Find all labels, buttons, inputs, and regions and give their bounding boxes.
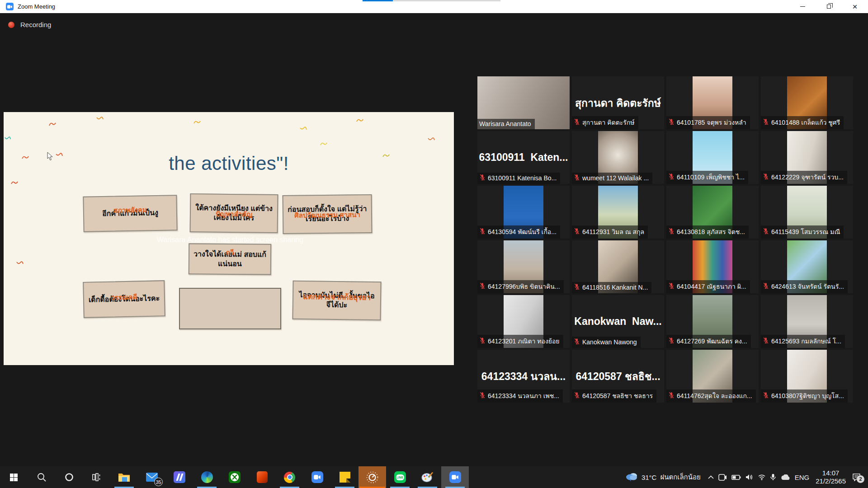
participant-label-text: 64118516 Kankanit N... — [582, 284, 648, 291]
participant-tile[interactable]: 64123334 นวลน... 64123334 นวลนภา เพช... — [477, 350, 570, 403]
participant-tile[interactable]: 64101785 จตุพร ม่วงหลำ — [666, 76, 759, 129]
taskbar: 35 — [0, 466, 868, 488]
participant-label-text: 64112931 วิมล ณ สกุล — [582, 227, 644, 237]
participant-tile[interactable]: 64120587 ชลธิช... 64120587 ชลธิชา ชลธาร — [572, 350, 664, 403]
participant-tile[interactable]: 63100911 Katen... 63100911 Katenisa Bo..… — [477, 131, 570, 184]
participant-tile[interactable]: 64125693 กมลลักษณ์ โ... — [761, 295, 853, 348]
participant-label: 64127269 พัฒนฉัตร คง... — [666, 335, 751, 348]
mic-muted-icon — [574, 118, 580, 127]
app-slashes-button[interactable] — [165, 466, 193, 488]
mic-muted-icon — [479, 337, 486, 345]
screen-share-watermark: Warisara Anantato has started screen sha… — [157, 236, 303, 244]
tray-language[interactable]: ENG — [795, 474, 810, 481]
start-button[interactable] — [0, 466, 28, 488]
cortana-button[interactable] — [55, 466, 83, 488]
recording-label: Recording — [20, 21, 51, 28]
confetti-icon — [428, 136, 435, 144]
mail-button[interactable]: 35 — [138, 466, 165, 488]
sticky-note-empty — [179, 288, 281, 329]
participant-label: wumeet 112 Walailak ... — [572, 173, 652, 184]
participant-tile[interactable]: 6424613 จันทรัตน์ รัตนรั... — [761, 240, 853, 293]
edge-button[interactable] — [193, 466, 221, 488]
weather-cloud-icon — [625, 472, 638, 482]
participant-tile[interactable]: 64112931 วิมล ณ สกุล — [572, 186, 664, 239]
mic-muted-icon — [668, 392, 675, 400]
participant-tile[interactable]: 64115439 โสมวรรณ มณี — [761, 186, 853, 239]
close-button[interactable]: × — [842, 0, 868, 13]
file-explorer-button[interactable] — [110, 466, 138, 488]
mic-muted-icon — [763, 173, 769, 181]
participant-label-text: 64122229 จุฑารัตน์ รวบ... — [771, 172, 844, 182]
participant-tile[interactable]: Kanokwan Naw... Kanokwan Nawong — [572, 295, 664, 348]
mic-muted-icon — [479, 174, 486, 182]
confetti-icon — [49, 120, 56, 128]
participant-tile[interactable]: 64101488 เกล็ดแก้ว ชูศรี — [761, 76, 853, 129]
wifi-icon[interactable] — [758, 474, 766, 480]
battery-icon[interactable] — [731, 475, 741, 480]
participant-tile[interactable]: wumeet 112 Walailak ... — [572, 131, 664, 184]
chrome-button[interactable] — [276, 466, 303, 488]
tray-time: 14:07 — [816, 469, 846, 477]
mic-muted-icon — [479, 228, 486, 236]
participant-tile[interactable]: 64103807ฐิติชญา บุญโส... — [761, 350, 853, 403]
participant-label-text: 64101488 เกล็ดแก้ว ชูศรี — [771, 117, 840, 127]
weather-widget[interactable]: 31°C ฝนตกเล็กน้อย — [625, 472, 703, 483]
speaker-icon[interactable] — [745, 474, 753, 480]
mic-muted-icon — [668, 173, 675, 181]
app-slashes-icon — [174, 471, 185, 483]
notification-count-badge: 2 — [857, 475, 864, 483]
minimize-button[interactable] — [789, 0, 816, 13]
speedometer-icon — [366, 471, 378, 483]
participant-tile[interactable]: 64110109 เพ็ญพิชชา ไ... — [666, 131, 759, 184]
note-accent-text: ปัญหาสำคัญ — [216, 209, 252, 218]
participant-tile[interactable]: สุกานดา คิดตะรักษ์ สุกานดา คิดตะรักษ์ — [572, 76, 664, 129]
zoom-app-icon — [6, 3, 14, 10]
participant-tile[interactable]: 64123201 ภณิตา ทองย้อย — [477, 295, 570, 348]
meet-now-icon[interactable] — [718, 474, 727, 481]
participant-tile[interactable]: 64122229 จุฑารัตน์ รวบ... — [761, 131, 853, 184]
shared-screen-whiteboard: the activities"! Warisara Anantato has s… — [4, 112, 454, 365]
search-button[interactable] — [28, 466, 55, 488]
restore-button[interactable] — [816, 0, 842, 13]
participant-tile[interactable]: 64104417 ณัฐธนาภา ผิ... — [666, 240, 759, 293]
mic-muted-icon — [479, 392, 486, 400]
office-button[interactable] — [248, 466, 276, 488]
participant-tile[interactable]: 64127996บพิธ ขิตนาคิน... — [477, 240, 570, 293]
participant-label-text: 64123201 ภณิตา ทองย้อย — [488, 336, 560, 346]
participant-tile[interactable]: 64114762สุดใจ ละอองแก... — [666, 350, 759, 403]
sticky-note: ไอจามมันไม่ดี.. งั้นขอไอจีได้ปะ แตกต่างจ… — [292, 281, 381, 321]
sticky-note: อีกคำแก้วมันเป็นงู สภาพสังคม — [83, 195, 177, 232]
line-button[interactable]: LINE — [386, 466, 414, 488]
mic-muted-icon — [763, 228, 769, 236]
sticky-note: เด็กดื้อต้องโดนอะไรคะ วรรณคดี — [83, 280, 165, 318]
participant-label: 64101488 เกล็ดแก้ว ชูศรี — [761, 116, 844, 129]
microphone-icon[interactable] — [770, 474, 776, 481]
participant-label: 64130594 พัฒน์นรี เกื้อ... — [477, 225, 560, 239]
participant-label: 64101785 จตุพร ม่วงหลำ — [666, 116, 750, 129]
participant-tile[interactable]: Warisara Anantato — [477, 76, 570, 129]
onedrive-icon[interactable] — [780, 474, 790, 480]
participant-tile[interactable]: 64118516 Kankanit N... — [572, 240, 664, 293]
participant-tile[interactable]: 64130594 พัฒน์นรี เกื้อ... — [477, 186, 570, 239]
paint-button[interactable] — [414, 466, 441, 488]
participant-label: 64122229 จุฑารัตน์ รวบ... — [761, 171, 847, 184]
participant-label: 64112931 วิมล ณ สกุล — [572, 225, 648, 239]
sticky-notes-button[interactable] — [331, 466, 359, 488]
edge-icon — [201, 471, 213, 483]
zoom-active-window-button[interactable] — [441, 466, 469, 488]
tray-clock[interactable]: 14:07 21/2/2565 — [814, 469, 848, 485]
xbox-button[interactable] — [221, 466, 248, 488]
participant-label-text: 64127996บพิธ ขิตนาคิน... — [488, 282, 560, 291]
participant-tile[interactable]: 64127269 พัฒนฉัตร คง... — [666, 295, 759, 348]
mouse-cursor-icon — [47, 152, 53, 163]
mic-muted-icon — [574, 228, 580, 236]
task-view-button[interactable] — [83, 466, 110, 488]
participant-tile[interactable]: 64130818 สุภัสสร จิตช... — [666, 186, 759, 239]
tray-chevron-up-icon[interactable] — [708, 475, 714, 479]
recording-dot-icon — [8, 22, 14, 28]
action-center-button[interactable]: 2 — [852, 474, 863, 481]
paint-palette-icon — [421, 472, 434, 483]
speedometer-app-button[interactable] — [359, 466, 386, 488]
zoom-pinned-button[interactable] — [303, 466, 331, 488]
participant-label-text: wumeet 112 Walailak ... — [582, 174, 649, 182]
